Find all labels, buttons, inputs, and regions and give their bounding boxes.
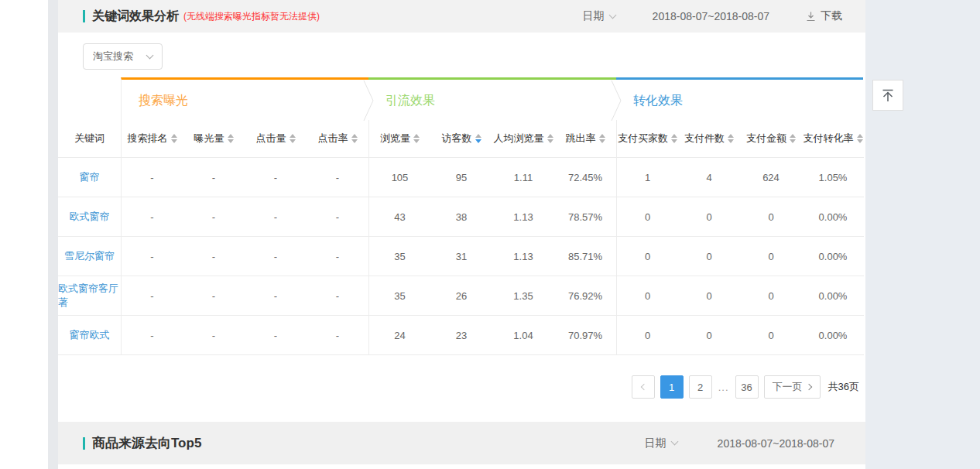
date-filter-dropdown[interactable]: 日期: [583, 9, 615, 23]
keyword-link[interactable]: 窗帘欧式: [58, 316, 121, 354]
metric-cell: 72.45%: [554, 158, 616, 197]
sort-arrows-icon[interactable]: [671, 134, 677, 143]
group-label: 搜索曝光: [122, 91, 188, 109]
keyword-link[interactable]: 雪尼尔窗帘: [58, 237, 121, 276]
table-row: 雪尼尔窗帘----35311.1385.71%0000.00%: [58, 237, 864, 276]
table-row: 欧式窗帘客厅著----35261.3576.92%0000.00%: [58, 276, 864, 316]
column-header-label: 点击量: [256, 132, 286, 145]
table-body: 窗帘----105951.1172.45%146241.05%欧式窗帘----4…: [58, 158, 865, 355]
metric-cell: 0: [616, 237, 678, 276]
column-header-sortable[interactable]: 支付转化率: [802, 120, 864, 157]
sort-arrows-icon[interactable]: [290, 134, 296, 143]
chevron-down-icon: [146, 52, 154, 60]
column-header-sortable[interactable]: 支付买家数: [616, 120, 678, 157]
page-button-1[interactable]: 1: [660, 375, 684, 399]
column-header-sortable[interactable]: 点击量: [245, 120, 307, 157]
chevron-down-icon: [608, 11, 616, 19]
metric-cell: 23: [430, 316, 492, 354]
column-header-label: 支付件数: [684, 132, 725, 145]
chevron-right-icon: [805, 384, 811, 390]
metric-cell: 24: [368, 316, 430, 354]
column-header-label: 支付转化率: [804, 132, 854, 145]
column-header-keyword: 关键词: [58, 120, 121, 157]
metric-cell: -: [245, 237, 307, 276]
sort-arrows-icon[interactable]: [790, 134, 796, 143]
metric-cell: 35: [368, 276, 430, 315]
metric-cell: -: [245, 276, 307, 315]
sort-arrows-icon[interactable]: [728, 134, 734, 143]
prev-page-button[interactable]: [632, 375, 655, 399]
column-header-sortable[interactable]: 人均浏览量: [492, 120, 554, 157]
metric-cell: 78.57%: [554, 197, 616, 236]
metric-cell: 4: [678, 158, 740, 197]
column-header-label: 浏览量: [380, 132, 410, 145]
filter-row: 淘宝搜索: [58, 33, 865, 77]
column-header-sortable[interactable]: 曝光量: [183, 120, 245, 157]
column-header-sortable[interactable]: 跳出率: [554, 120, 616, 157]
keyword-link[interactable]: 窗帘: [58, 158, 121, 197]
metric-cell: 0: [740, 316, 802, 354]
total-pages-label: 共36页: [828, 380, 859, 394]
sort-arrows-icon[interactable]: [413, 134, 420, 143]
metric-cell: 0: [616, 316, 678, 354]
metric-cell: -: [183, 237, 245, 276]
metric-cell: -: [183, 276, 245, 315]
metric-cell: -: [245, 316, 307, 354]
metric-cell: 31: [430, 237, 492, 276]
column-header-sortable[interactable]: 访客数: [430, 120, 492, 157]
metric-cell: -: [121, 316, 183, 354]
group-label: 转化效果: [616, 91, 683, 109]
sort-arrows-icon[interactable]: [475, 134, 481, 143]
metric-cell: 0: [616, 197, 678, 236]
column-header-sortable[interactable]: 支付件数: [678, 120, 740, 157]
group-traffic-effect: 引流效果: [368, 77, 616, 120]
metric-cell: 105: [368, 158, 430, 197]
metric-cell: 0: [678, 316, 740, 354]
keyword-link[interactable]: 欧式窗帘: [58, 197, 121, 236]
metric-cell: -: [307, 158, 368, 197]
sort-arrows-icon[interactable]: [228, 134, 234, 143]
page-button-2[interactable]: 2: [689, 375, 712, 399]
sort-arrows-icon[interactable]: [857, 134, 863, 143]
column-header-label: 跳出率: [566, 132, 596, 145]
sort-arrows-icon[interactable]: [171, 134, 177, 143]
sort-arrows-icon[interactable]: [351, 134, 358, 143]
table-header-row: 关键词搜索排名曝光量点击量点击率浏览量访客数人均浏览量跳出率支付买家数支付件数支…: [58, 120, 864, 158]
sort-arrows-icon[interactable]: [599, 134, 605, 143]
metric-cell: 1.04: [492, 316, 554, 354]
column-header-label: 访客数: [442, 132, 472, 145]
table-row: 窗帘欧式----24231.0470.97%0000.00%: [58, 316, 864, 355]
group-spacer: [58, 77, 121, 120]
metric-cell: 1.35: [492, 276, 554, 315]
column-header-sortable[interactable]: 浏览量: [368, 120, 430, 157]
pagination-ellipsis: ...: [718, 382, 729, 393]
metric-cell: 1.05%: [802, 158, 864, 197]
title-accent-bar: [83, 10, 85, 22]
column-header-sortable[interactable]: 搜索排名: [121, 120, 183, 157]
date-filter-label: 日期: [583, 9, 605, 23]
column-header-label: 曝光量: [194, 132, 224, 145]
metric-cell: 0: [616, 276, 678, 315]
group-divider-chevron: [363, 80, 374, 121]
group-conversion-effect: 转化效果: [616, 77, 863, 120]
source-panel-header: 商品来源去向Top5 日期 2018-08-07~2018-08-07: [58, 422, 865, 464]
column-header-label: 搜索排名: [128, 132, 168, 145]
download-button[interactable]: 下载: [805, 9, 842, 23]
metric-cell: 0: [678, 237, 740, 276]
column-header-label: 关键词: [74, 132, 105, 145]
metric-cell: 0.00%: [802, 316, 864, 354]
left-panel-edge: [0, 0, 48, 469]
pagination: 1 2 ... 36 下一页 共36页: [58, 355, 865, 399]
next-page-button[interactable]: 下一页: [764, 375, 821, 399]
column-header-sortable[interactable]: 支付金额: [740, 120, 802, 157]
date-filter-dropdown[interactable]: 日期: [645, 436, 677, 450]
download-icon: [805, 11, 817, 22]
channel-select[interactable]: 淘宝搜索: [83, 43, 163, 70]
keyword-link[interactable]: 欧式窗帘客厅著: [58, 276, 121, 315]
column-header-sortable[interactable]: 点击率: [307, 120, 368, 157]
back-to-top-button[interactable]: [872, 80, 903, 111]
page-button-last[interactable]: 36: [735, 375, 759, 399]
sort-arrows-icon[interactable]: [547, 134, 553, 143]
metric-cell: -: [307, 197, 368, 236]
metric-cell: 0: [740, 197, 802, 236]
